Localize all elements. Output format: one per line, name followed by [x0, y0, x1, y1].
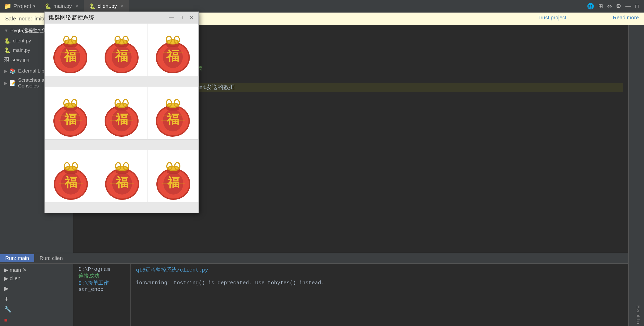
dialog-minimize-button[interactable]: — [168, 14, 175, 21]
tab-bar: 🐍 main.py ✕ 🐍 client.py ✕ [39, 0, 582, 12]
dialog-controls: — □ ✕ [168, 14, 195, 21]
trust-project-button[interactable]: Trust project... [538, 15, 571, 21]
console-line-4: str_enco [78, 286, 125, 292]
lucky-bag-svg-9: 福 [152, 153, 194, 200]
dialog-window: 集群网络监控系统 — □ ✕ 福 [44, 12, 199, 213]
dialog-title-text: 集群网络监控系统 [48, 14, 94, 21]
top-bar: 📁 Project ▾ 🐍 main.py ✕ 🐍 client.py ✕ 🌐 … [0, 0, 644, 13]
python-icon: 🐍 [4, 38, 11, 44]
dialog-maximize-button[interactable]: □ [178, 14, 185, 21]
run-config-item-2: ▶ clien [2, 274, 71, 283]
tree-expand-icon: ▼ [4, 28, 8, 33]
tab-main-label: main.py [53, 3, 72, 9]
run-config-item: ▶ main ✕ [2, 266, 71, 274]
svg-text:福: 福 [115, 175, 128, 189]
run-stop-button[interactable]: ■ [3, 316, 70, 324]
python-icon-2: 🐍 [4, 47, 11, 53]
split-icon[interactable]: ⇔ [607, 3, 612, 10]
image-cell-8: 福 [96, 150, 148, 202]
tab-client-close[interactable]: ✕ [120, 4, 123, 9]
lucky-bag-svg-1: 福 [49, 26, 91, 73]
right-scrollbar[interactable]: Event Lo [628, 25, 644, 326]
svg-text:福: 福 [166, 49, 179, 63]
run-icon: ▶ [4, 267, 8, 273]
image-cell-6: 福 [147, 87, 198, 140]
run-tab-config: main [18, 255, 29, 261]
image-grid: 福 福 [45, 23, 198, 213]
run-down-button[interactable]: ⬇ [3, 295, 70, 303]
python-file-icon: 🐍 [45, 3, 51, 9]
maximize-icon[interactable]: □ [635, 3, 639, 10]
tab-main-py[interactable]: 🐍 main.py ✕ [39, 0, 84, 12]
minimize-icon[interactable]: — [625, 3, 631, 10]
lucky-bag-svg-5: 福 [101, 90, 143, 137]
python-file-icon-2: 🐍 [89, 3, 96, 9]
lucky-bag-svg-2: 福 [101, 26, 143, 73]
svg-text:福: 福 [115, 49, 128, 63]
gear-icon[interactable]: ⚙ [616, 3, 621, 10]
image-cell-5: 福 [96, 87, 147, 140]
console-line-2: 连接成功 [78, 272, 125, 279]
run-icon-2: ▶ [4, 275, 8, 281]
svg-text:福: 福 [64, 112, 77, 126]
lucky-bag-svg-3: 福 [152, 26, 194, 73]
dropdown-arrow-icon: ▾ [33, 4, 35, 9]
image-cell-3: 福 [147, 23, 198, 76]
run-controls: ▶ ⬇ 🔧 ■ ☰ 📌 🗑 [2, 283, 71, 326]
image-cell-1: 福 [45, 23, 96, 76]
console-right-line-1: qt5远程监控系统/client.py [136, 266, 639, 273]
svg-text:福: 福 [166, 112, 179, 126]
svg-text:福: 福 [115, 112, 128, 126]
run-play-button[interactable]: ▶ [3, 284, 70, 293]
lucky-bag-svg-7: 福 [50, 153, 92, 200]
run-main-label: main [10, 267, 21, 273]
console-right-line-2 [136, 273, 639, 280]
lucky-bag-svg-8: 福 [101, 153, 143, 200]
bottom-panel: Run: main Run: clien ⚙ ▶ main ✕ ▶ clien … [0, 253, 644, 326]
project-icon: 📁 [4, 3, 11, 10]
console-line-3: E:\接单工作 [78, 279, 125, 286]
run-sidebar: ▶ main ✕ ▶ clien ▶ ⬇ 🔧 ■ ☰ 📌 🗑 [0, 264, 73, 326]
tab-client-py[interactable]: 🐍 client.py ✕ [84, 0, 129, 12]
project-name: Project [13, 3, 31, 10]
image-cell-2: 福 [96, 23, 147, 76]
lucky-bag-svg-4: 福 [49, 90, 91, 137]
dialog-close-button[interactable]: ✕ [187, 14, 195, 21]
run-wrench-button[interactable]: 🔧 [3, 305, 70, 314]
project-label[interactable]: 📁 Project ▾ [0, 3, 39, 10]
bottom-tab-bar: Run: main Run: clien ⚙ [0, 253, 644, 264]
table-icon[interactable]: ⊞ [598, 3, 603, 10]
tab-client-label: client.py [98, 3, 117, 9]
dialog-title-bar: 集群网络监控系统 — □ ✕ [45, 12, 198, 23]
image-cell-7: 福 [45, 150, 97, 202]
run-tab-2-label: Run: clien [39, 255, 63, 261]
run-tab-label: Run: [5, 255, 16, 261]
console-output-right: qt5远程监控系统/client.py ionWarning: tostring… [131, 264, 644, 326]
svg-text:福: 福 [64, 175, 77, 189]
image-cell-4: 福 [45, 87, 96, 140]
run-close-icon[interactable]: ✕ [22, 267, 27, 273]
run-tab-2[interactable]: Run: clien [34, 254, 68, 262]
read-more-button[interactable]: Read more [613, 15, 639, 21]
lucky-bag-svg-6: 福 [152, 90, 194, 137]
run-tab[interactable]: Run: main [0, 254, 34, 262]
run-panel: ▶ main ✕ ▶ clien ▶ ⬇ 🔧 ■ ☰ 📌 🗑 D:\Progra… [0, 264, 644, 326]
tab-main-close[interactable]: ✕ [75, 4, 78, 9]
console-line-1: D:\Program [78, 266, 125, 272]
console-output-left: D:\Program 连接成功 E:\接单工作 str_enco [73, 264, 131, 326]
library-icon: 📚 [9, 68, 16, 74]
run-client-label: clien [10, 275, 20, 281]
tree-arrow-icon: ▶ [4, 69, 7, 74]
svg-text:福: 福 [167, 175, 180, 189]
scratch-icon: 📝 [9, 80, 16, 86]
svg-text:福: 福 [64, 49, 77, 63]
image-cell-9: 福 [147, 150, 198, 202]
globe-icon[interactable]: 🌐 [587, 3, 594, 10]
tree-arrow-icon-2: ▶ [4, 81, 7, 86]
image-icon: 🖼 [4, 57, 9, 63]
console-right-line-3: ionWarning: tostring() is deprecated. Us… [136, 280, 639, 286]
event-log-label: Event Lo [635, 305, 641, 324]
